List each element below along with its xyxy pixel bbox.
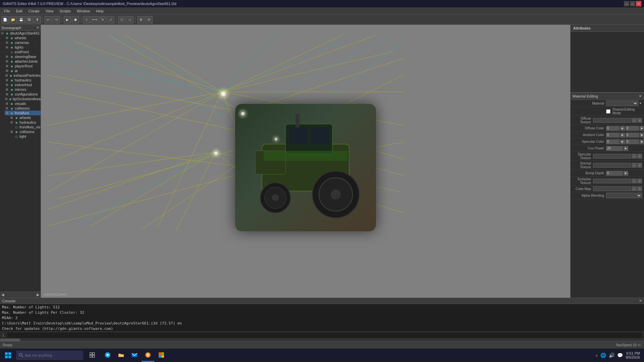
emissive-texture-plus[interactable]: + [637,179,642,183]
rotate-button[interactable]: ↻ [99,16,106,23]
tree-item-visuals[interactable]: ⊞ ■ visuals [5,101,41,106]
menu-file[interactable]: File [1,8,13,14]
tree-item-playerRoot[interactable]: ⊞ ■ playerRoot [5,64,41,68]
translate-button[interactable]: ⟷ [91,16,98,23]
settings-button[interactable]: ⚙ [137,16,145,23]
material-close-button[interactable]: ✕ [639,94,642,99]
specular-texture-minus[interactable]: – [632,154,637,159]
taskbar-mail-icon[interactable] [128,349,141,362]
tree-item-configurations[interactable]: ⊞ ■ configurations [5,92,41,97]
diffuse-color-input2[interactable] [626,126,639,131]
maximize-button[interactable]: □ [630,1,635,6]
select-button[interactable]: ⊹ [83,16,90,23]
taskbar-explorer-icon[interactable] [115,349,127,362]
ambient-color-input2[interactable] [626,133,639,137]
taskbar-app5-icon[interactable] [155,349,168,362]
open-button[interactable]: 📂 [9,16,17,23]
tree-item-deutzAgroStar661[interactable]: ⊟ ■ deutzAgroStar661 [0,31,41,36]
refresh-button[interactable]: ⟳ [145,16,153,23]
bump-depth-pick[interactable]: ▶ [624,171,628,176]
ambient-color-pick[interactable]: ▶ [620,133,625,137]
cube-map-plus[interactable]: + [637,186,642,191]
expand-icon[interactable]: ⊞ [5,107,9,110]
tree-item-ai[interactable]: ⊞ ■ ai [5,68,41,73]
specular-color-input1[interactable] [606,139,620,144]
ambient-color-pick2[interactable]: ▶ [640,133,644,137]
expand-icon[interactable]: ⊞ [5,74,9,77]
diffuse-texture-field[interactable] [593,118,631,123]
tree-item-light[interactable]: ◇ light [9,134,41,139]
tree-item-hydraulics2[interactable]: ⊞ ■ hydraulics [9,120,41,125]
tree-item-mirrors[interactable]: ⊞ ■ mirrors [5,87,41,92]
tree-item-hydraulics[interactable]: ⊞ ■ hydraulics [5,78,41,82]
console-scrollbar[interactable] [0,339,644,341]
specular-texture-plus[interactable]: + [637,154,642,159]
diffuse-color-pick[interactable]: ▶ [620,126,625,131]
tree-item-wheels2[interactable]: ⊞ ■ wheels [9,115,41,120]
expand-icon[interactable]: ⊞ [5,83,9,86]
menu-scripts[interactable]: Scripts [57,8,73,14]
console-content[interactable]: Max. Number of Lights: 512 Max. Number o… [0,304,644,331]
tree-item-frontAxis_vis[interactable]: ◇ frontAxis_vis [9,125,41,129]
cube-map-field[interactable] [593,186,631,191]
close-button[interactable]: ✕ [636,1,641,6]
expand-icon[interactable]: ⊞ [9,130,14,133]
menu-help[interactable]: Help [93,8,106,14]
shared-editing-checkbox[interactable] [606,109,610,114]
tree-item-cameras[interactable]: ⊞ ■ cameras [5,40,41,45]
scenegraph-close[interactable]: ✕ [36,25,39,30]
play-button[interactable]: ▶ [64,16,71,23]
normal-texture-plus[interactable]: + [637,163,642,168]
tree-item-collisions[interactable]: ⊞ ■ collisions [5,106,41,111]
console-close[interactable]: ✕ [639,299,642,303]
cos-power-pick[interactable]: ▶ [624,146,628,151]
tree-item-exitPoint[interactable]: ◇ exitPoint [5,50,41,54]
taskbar-search-input[interactable] [25,353,72,357]
expand-icon[interactable]: ⊞ [5,41,9,44]
tree-item-frontAxis[interactable]: ⊟ ■ frontAxis [5,111,41,115]
emissive-texture-field[interactable] [593,179,631,183]
undo-button[interactable]: ↩ [45,16,52,23]
scenegraph-tree[interactable]: ⊟ ■ deutzAgroStar661 ⊞ ■ wheels ⊞ ■ came… [0,31,41,292]
expand-icon[interactable]: ⊞ [5,69,9,72]
new-button[interactable]: 📄 [1,16,9,23]
camera-ortho[interactable]: □ [126,16,133,23]
specular-color-pick2[interactable]: ▶ [640,139,644,144]
alpha-blending-select[interactable] [606,193,642,198]
tree-item-tipOcclusionArea[interactable]: ⊞ ■ tipOcclusionArea [5,97,41,101]
taskbar-blender-icon[interactable] [142,349,154,362]
tree-item-steeringBase[interactable]: ⊞ ■ steeringBase [5,54,41,59]
material-select-input[interactable] [606,101,638,106]
scale-button[interactable]: ⤢ [107,16,114,23]
scroll-left-btn[interactable]: ◀ [1,293,4,297]
start-button[interactable] [1,349,15,362]
redo-button[interactable]: ↪ [53,16,60,23]
expand-icon[interactable]: ⊞ [5,36,9,40]
tree-item-indoorHud[interactable]: ⊞ ■ indoorHud [5,82,41,87]
minimize-button[interactable]: — [624,1,629,6]
diffuse-texture-plus[interactable]: + [637,118,642,123]
tray-notification-icon[interactable]: 💬 [617,353,623,358]
tree-item-lights[interactable]: ⊞ ■ lights [5,45,41,50]
material-dropdown-arrow[interactable]: ▼ [639,102,642,105]
specular-color-pick[interactable]: ▶ [620,139,625,144]
expand-icon[interactable]: ⊞ [5,97,8,101]
viewport[interactable]: outdoorCamera [41,25,570,298]
tray-volume-icon[interactable]: 🔊 [609,353,614,358]
export-button[interactable]: ⬆ [34,16,41,23]
stop-button[interactable]: ⏹ [72,16,79,23]
save-button[interactable]: 💾 [17,16,25,23]
saveas-button[interactable]: 🖫 [25,16,33,23]
expand-icon[interactable]: ⊞ [5,78,9,82]
expand-icon[interactable]: ⊞ [5,93,9,96]
expand-icon[interactable]: ⊞ [5,60,9,63]
tray-chevron[interactable]: ∧ [595,354,598,357]
menu-window[interactable]: Window [74,8,93,14]
tree-item-wheels[interactable]: ⊞ ■ wheels [5,36,41,40]
ambient-color-input1[interactable] [606,133,620,137]
diffuse-color-input1[interactable] [606,126,620,131]
cube-map-minus[interactable]: – [632,186,637,191]
expand-icon[interactable]: ⊞ [9,121,14,124]
tray-network-icon[interactable]: 🌐 [600,353,606,358]
expand-icon[interactable]: ⊞ [5,64,9,68]
